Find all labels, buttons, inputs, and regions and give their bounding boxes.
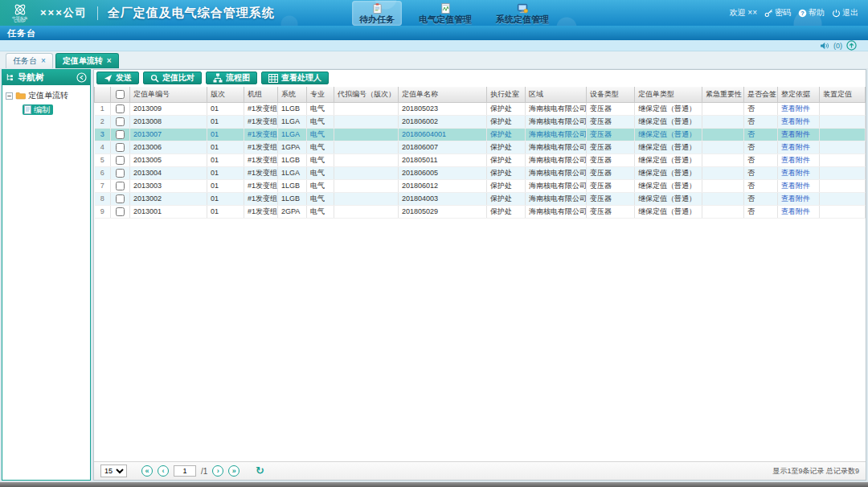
nav-item-todo-tasks[interactable]: 待办任务 [352, 1, 402, 26]
cell-id: 2013008 [130, 115, 207, 128]
expand-up-icon[interactable] [846, 40, 857, 51]
send-button[interactable]: 发送 [96, 72, 139, 84]
sidebar-header: 导航树 [2, 70, 90, 85]
view-attachment-link[interactable]: 查看附件 [781, 156, 810, 164]
column-header[interactable]: 系统 [278, 87, 307, 102]
refresh-button[interactable]: ↻ [254, 465, 265, 477]
column-header[interactable]: 定值单类型 [635, 87, 702, 102]
cell-unit: #1发变组 [244, 115, 278, 128]
flowchart-button[interactable]: 流程图 [206, 72, 257, 84]
view-handler-button[interactable]: 查看处理人 [261, 72, 329, 84]
table-row[interactable]: 1201300901#1发变组1LGB电气201805023保护处海南核电有限公… [95, 102, 866, 115]
view-attachment-link[interactable]: 查看附件 [781, 194, 810, 203]
power-icon [832, 9, 841, 18]
cell-sys: 1LGB [278, 192, 307, 205]
table-row[interactable]: 6201300401#1发变组1LGA电气201806005保护处海南核电有限公… [95, 166, 866, 179]
prev-page-button[interactable]: ‹ [158, 465, 169, 477]
password-link[interactable]: 密码 [764, 7, 791, 18]
column-header[interactable]: 机组 [244, 87, 278, 102]
next-page-button[interactable]: › [212, 465, 223, 477]
view-attachment-link[interactable]: 查看附件 [781, 169, 810, 177]
table-row[interactable]: 4201300601#1发变组1GPA电气201806007保护处海南核电有限公… [95, 141, 866, 153]
cell-draft [334, 179, 399, 192]
workbench-bar: 任务台 [0, 26, 868, 40]
cell-spec: 电气 [307, 102, 334, 115]
cell-name: 201806012 [399, 179, 487, 192]
row-checkbox[interactable] [116, 182, 125, 190]
cell-ver: 01 [207, 128, 244, 141]
column-header[interactable]: 专业 [307, 87, 334, 102]
cell-spec: 电气 [307, 192, 334, 205]
notice-bar: (0) [0, 40, 868, 51]
column-header[interactable]: 区域 [526, 87, 587, 102]
row-checkbox[interactable] [116, 207, 125, 216]
column-header[interactable]: 设备类型 [587, 87, 635, 102]
column-header[interactable]: 版次 [207, 87, 244, 102]
cell-spec: 电气 [307, 179, 334, 192]
select-all-checkbox[interactable] [116, 90, 125, 99]
welcome-text: 欢迎 ×× [730, 7, 757, 18]
view-attachment-link[interactable]: 查看附件 [781, 130, 810, 138]
view-attachment-link[interactable]: 查看附件 [781, 117, 810, 125]
view-attachment-link[interactable]: 查看附件 [781, 104, 810, 113]
row-checkbox[interactable] [116, 156, 125, 165]
table-row[interactable]: 2201300801#1发变组1LGA电气201806002保护处海南核电有限公… [95, 115, 866, 128]
row-checkbox[interactable] [116, 169, 125, 178]
view-attachment-link[interactable]: 查看附件 [781, 182, 810, 190]
table-row[interactable]: 5201300501#1发变组1LGB电气201805011保护处海南核电有限公… [95, 153, 866, 166]
top-header: 中国核电 CNNP ×××公司 全厂定值及电气综合管理系统 待办任务 电气定值管… [0, 0, 868, 26]
cell-countersign: 否 [744, 179, 778, 192]
tab-close-icon[interactable]: × [107, 57, 112, 65]
row-checkbox[interactable] [116, 130, 125, 139]
collapse-sidebar-icon[interactable] [76, 72, 87, 83]
tree-node-setting-order-flow[interactable]: 定值单流转 [6, 90, 87, 101]
cell-type: 继保定值（普通） [635, 128, 702, 141]
tree-collapse-icon[interactable] [6, 92, 13, 100]
tree-selected-item[interactable]: 编制 [23, 104, 53, 115]
nav-item-electric-setting-mgmt[interactable]: 电气定值管理 [411, 1, 479, 26]
cell-id: 2013004 [130, 166, 207, 179]
table-row[interactable]: 3201300701#1发变组1LGA电气20180604001保护处海南核电有… [95, 128, 866, 141]
tab-close-icon[interactable]: × [41, 57, 46, 65]
page-size-select[interactable]: 15 [100, 464, 127, 477]
column-header[interactable]: 整定依据 [778, 87, 820, 102]
table-row[interactable]: 8201300201#1发变组1LGB电气201804003保护处海南核电有限公… [95, 192, 866, 205]
cell-name: 201805011 [399, 153, 487, 166]
setting-compare-button[interactable]: 定值比对 [143, 72, 202, 84]
table-row[interactable]: 9201300101#1发变组2GPA电气201805029保护处海南核电有限公… [95, 205, 866, 218]
system-setting-icon [517, 2, 529, 14]
tab-setting-order-flow[interactable]: 定值单流转 × [55, 53, 119, 68]
cell-countersign: 否 [744, 115, 778, 128]
column-header[interactable]: 执行处室 [487, 87, 526, 102]
row-checkbox[interactable] [116, 117, 125, 126]
row-checkbox[interactable] [116, 104, 125, 113]
cell-value [820, 115, 866, 128]
cell-region: 海南核电有限公司 [526, 102, 587, 115]
column-header[interactable]: 是否会签 [744, 87, 778, 102]
logout-link[interactable]: 退出 [832, 7, 858, 18]
atom-logo-icon [12, 2, 28, 17]
row-checkbox[interactable] [116, 143, 125, 152]
page-input[interactable] [174, 465, 196, 477]
index-column-header [95, 87, 111, 102]
view-attachment-link[interactable]: 查看附件 [781, 143, 810, 151]
speaker-icon[interactable] [820, 42, 829, 50]
column-header[interactable]: 定值单名称 [399, 87, 487, 102]
help-link[interactable]: ? 帮助 [798, 7, 825, 18]
column-header[interactable]: 紧急重要性 [702, 87, 744, 102]
table-row[interactable]: 7201300301#1发变组1LGB电气201806012保护处海南核电有限公… [95, 179, 866, 192]
cell-draft [334, 205, 399, 218]
column-header[interactable]: 装置定值 [820, 87, 866, 102]
tab-workbench[interactable]: 任务台 × [6, 53, 53, 68]
last-page-button[interactable]: » [228, 465, 240, 477]
column-header[interactable]: 代拟编号（版次） [334, 87, 399, 102]
cell-device: 变压器 [587, 128, 635, 141]
cell-ver: 01 [207, 102, 244, 115]
nav-item-system-setting-mgmt[interactable]: 系统定值管理 [489, 1, 556, 26]
tree-node-compile[interactable]: 编制 [23, 104, 87, 115]
column-header[interactable]: 定值单编号 [130, 87, 207, 102]
first-page-button[interactable]: « [141, 465, 153, 477]
cell-sys: 2GPA [278, 205, 307, 218]
view-attachment-link[interactable]: 查看附件 [781, 207, 810, 215]
row-checkbox[interactable] [116, 194, 125, 203]
